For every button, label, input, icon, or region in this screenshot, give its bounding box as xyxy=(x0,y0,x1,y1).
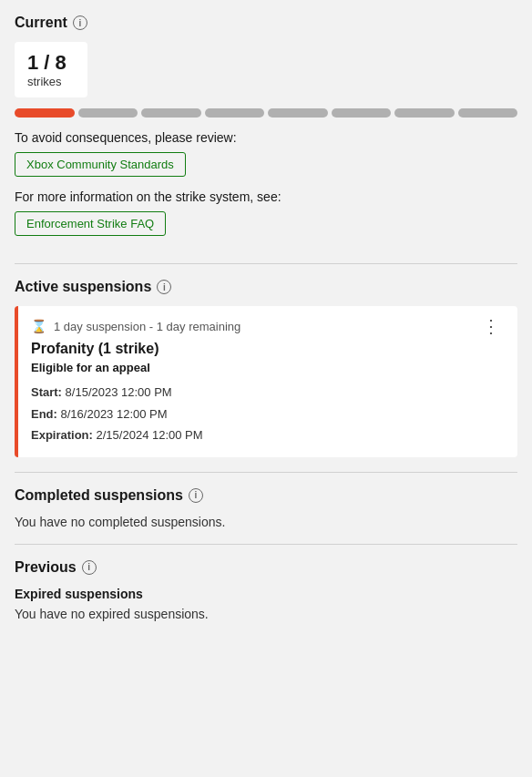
suspension-dates: Start: 8/15/2023 12:00 PM End: 8/16/2023… xyxy=(31,382,505,445)
suspension-top-row: ⌛ 1 day suspension - 1 day remaining ⋮ xyxy=(31,317,505,335)
progress-segment-4 xyxy=(205,108,265,118)
suspension-start: Start: 8/15/2023 12:00 PM xyxy=(31,382,505,403)
progress-segment-7 xyxy=(394,108,455,118)
completed-suspensions-info-icon[interactable]: i xyxy=(189,488,203,503)
completed-suspensions-title: Completed suspensions xyxy=(15,487,183,504)
suspension-end: End: 8/16/2023 12:00 PM xyxy=(31,404,505,424)
more-info-text: For more information on the strike syste… xyxy=(15,189,517,204)
hourglass-icon: ⌛ xyxy=(31,319,46,333)
active-suspensions-info-icon[interactable]: i xyxy=(157,280,171,294)
suspension-title: Profanity (1 strike) xyxy=(31,341,505,357)
previous-title: Previous xyxy=(15,559,77,576)
current-title: Current xyxy=(15,15,67,31)
start-value: 8/15/2023 12:00 PM xyxy=(66,385,172,399)
page-container: Current i 1 / 8 strikes To avoid consequ… xyxy=(0,0,532,777)
completed-suspensions-header: Completed suspensions i xyxy=(15,487,517,504)
more-options-button[interactable]: ⋮ xyxy=(478,317,505,335)
suspension-expiration: Expiration: 2/15/2024 12:00 PM xyxy=(31,424,505,445)
expiration-label: Expiration: xyxy=(31,428,93,442)
progress-segment-8 xyxy=(458,108,518,118)
progress-segment-5 xyxy=(268,108,328,118)
current-section: Current i 1 / 8 strikes To avoid consequ… xyxy=(15,15,517,249)
suspension-duration: 1 day suspension - 1 day remaining xyxy=(54,320,240,333)
review-text: To avoid consequences, please review: xyxy=(15,130,517,145)
previous-info-icon[interactable]: i xyxy=(82,560,97,575)
current-header: Current i xyxy=(15,15,517,31)
expiration-value: 2/15/2024 12:00 PM xyxy=(97,428,203,442)
divider-2 xyxy=(15,472,517,473)
faq-button[interactable]: Enforcement Strike FAQ xyxy=(15,211,166,236)
divider-3 xyxy=(15,544,517,545)
end-label: End: xyxy=(31,407,57,421)
strikes-box: 1 / 8 strikes xyxy=(15,42,87,97)
appeal-badge: Eligible for an appeal xyxy=(31,361,505,374)
strikes-label: strikes xyxy=(27,75,75,88)
start-label: Start: xyxy=(31,385,62,399)
active-suspensions-title: Active suspensions xyxy=(15,279,151,295)
strikes-number: 1 / 8 xyxy=(27,51,75,75)
current-info-icon[interactable]: i xyxy=(73,15,87,30)
previous-header: Previous i xyxy=(15,559,517,576)
no-completed-text: You have no completed suspensions. xyxy=(15,515,517,529)
completed-suspensions-section: Completed suspensions i You have no comp… xyxy=(15,487,517,529)
previous-section: Previous i Expired suspensions You have … xyxy=(15,559,517,621)
divider-1 xyxy=(15,263,517,264)
progress-bar xyxy=(15,108,517,118)
active-suspensions-section: Active suspensions i ⌛ 1 day suspension … xyxy=(15,279,517,456)
end-value: 8/16/2023 12:00 PM xyxy=(61,407,168,421)
suspension-card: ⌛ 1 day suspension - 1 day remaining ⋮ P… xyxy=(15,306,517,456)
active-suspensions-header: Active suspensions i xyxy=(15,279,517,295)
progress-segment-2 xyxy=(78,108,138,118)
no-expired-text: You have no expired suspensions. xyxy=(15,607,517,621)
progress-segment-1 xyxy=(15,108,75,118)
progress-segment-3 xyxy=(141,108,201,118)
community-standards-button[interactable]: Xbox Community Standards xyxy=(15,152,186,177)
expired-suspensions-title: Expired suspensions xyxy=(15,587,517,601)
suspension-meta: ⌛ 1 day suspension - 1 day remaining xyxy=(31,319,240,333)
progress-segment-6 xyxy=(332,108,392,118)
